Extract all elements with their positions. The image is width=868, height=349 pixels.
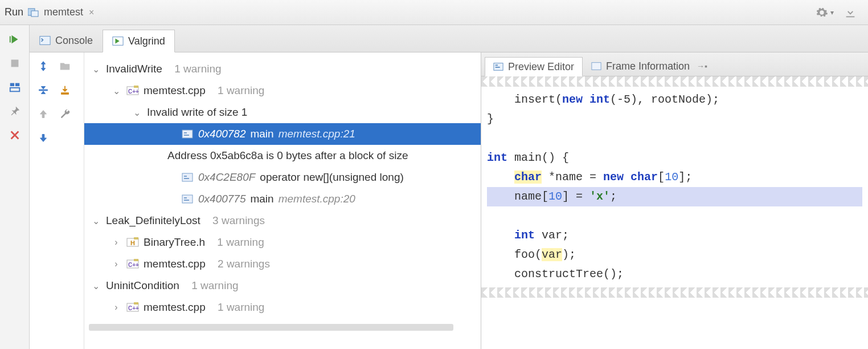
frame-icon — [181, 193, 194, 205]
code-preview[interactable]: insert(new int(-5), rootNode); } int mai… — [481, 87, 868, 287]
run-config-icon — [28, 7, 40, 18]
tree-row[interactable]: ⌄InvalidWrite 1 warning — [84, 58, 481, 80]
svg-rect-19 — [184, 176, 187, 177]
tree-row[interactable]: ›C++memtest.cpp 2 warnings — [84, 253, 481, 275]
h-file-icon: H — [126, 237, 139, 248]
horizontal-scrollbar[interactable] — [89, 324, 453, 331]
frame-address: 0x400775 — [198, 193, 245, 205]
svg-rect-2 — [9, 36, 10, 43]
twisty-icon[interactable]: ⌄ — [90, 281, 101, 291]
tree-meta: 1 warning — [191, 279, 238, 292]
tab-console-label: Console — [55, 35, 93, 47]
tree-row[interactable]: ⌄C++memtest.cpp 1 warning — [84, 80, 481, 102]
svg-rect-10 — [39, 90, 48, 91]
twisty-icon[interactable]: › — [110, 302, 122, 313]
rerun-icon[interactable] — [9, 33, 21, 46]
tree-toolbar — [30, 52, 84, 349]
run-config[interactable]: memtest × — [28, 6, 94, 18]
highlighted-line: name[10] = 'x'; — [487, 187, 862, 206]
tree-row[interactable]: ⌄UninitCondition 1 warning — [84, 275, 481, 297]
tree-row[interactable]: ›HBinaryTree.h 1 warning — [84, 232, 481, 253]
preview-editor-icon — [493, 62, 503, 71]
svg-rect-5 — [15, 83, 19, 87]
cpp-file-icon: C++ — [126, 302, 139, 313]
frame-location: memtest.cpp:20 — [279, 193, 355, 205]
tab-frame-info[interactable]: Frame Information →▪ — [583, 56, 716, 76]
svg-rect-29 — [134, 259, 138, 261]
twisty-icon[interactable]: ⌄ — [90, 64, 101, 75]
tree-frame-row[interactable]: 0x4C2E80F operator new[](unsigned long) — [84, 167, 481, 188]
gear-dropdown-icon[interactable]: ▾ — [830, 9, 834, 17]
twisty-icon[interactable]: › — [110, 237, 122, 247]
tree-meta: 1 warning — [174, 63, 221, 75]
tree-row[interactable]: ⌄Invalid write of size 1 — [84, 102, 481, 123]
layout-icon[interactable] — [9, 81, 21, 94]
svg-rect-9 — [43, 64, 44, 68]
tab-preview-editor[interactable]: Preview Editor — [485, 57, 583, 76]
svg-rect-32 — [134, 302, 138, 305]
svg-rect-20 — [184, 178, 189, 179]
frame-location: memtest.cpp:21 — [279, 128, 355, 140]
svg-rect-14 — [134, 86, 138, 88]
tree-label: BinaryTree.h — [144, 236, 205, 249]
tree-meta: 1 warning — [218, 301, 264, 314]
code-text: insert( — [487, 93, 562, 106]
tree-meta: 1 warning — [218, 84, 264, 97]
frame-icon — [181, 128, 194, 140]
svg-text:C++: C++ — [128, 88, 139, 95]
twisty-icon[interactable]: ⌄ — [90, 216, 101, 226]
fold-indicator-bottom — [481, 287, 868, 298]
tab-valgrind-label: Valgrind — [128, 35, 165, 47]
folder-icon[interactable] — [58, 59, 72, 73]
export-icon[interactable] — [58, 83, 72, 97]
tree-row[interactable]: ›C++memtest.cpp 1 warning — [84, 297, 481, 318]
svg-rect-6 — [10, 88, 19, 91]
close-red-icon[interactable] — [9, 129, 21, 141]
tree-label: UninitCondition — [106, 279, 179, 292]
tab-console[interactable]: Console — [30, 29, 103, 52]
tree-frame-row[interactable]: 0x400782 main memtest.cpp:21 — [84, 123, 481, 145]
svg-rect-4 — [10, 83, 14, 87]
download-icon[interactable] — [844, 6, 857, 19]
run-config-name: memtest — [44, 6, 83, 18]
svg-text:H: H — [130, 240, 135, 246]
frame-address: 0x4C2E80F — [198, 171, 255, 184]
issues-tree[interactable]: ⌄InvalidWrite 1 warning⌄C++memtest.cpp 1… — [84, 52, 481, 349]
tab-preview-label: Preview Editor — [508, 61, 574, 73]
svg-rect-18 — [182, 173, 193, 181]
pin-out-icon[interactable]: →▪ — [697, 62, 707, 71]
svg-rect-3 — [11, 60, 18, 67]
svg-rect-11 — [62, 93, 69, 95]
topbar: Run memtest × ▾ — [0, 0, 868, 25]
twisty-icon[interactable]: › — [110, 259, 122, 269]
collapse-all-icon[interactable] — [36, 83, 50, 97]
pin-icon[interactable] — [9, 105, 21, 117]
tree-meta: 1 warning — [217, 236, 264, 249]
frame-address: 0x400782 — [198, 128, 245, 140]
stop-icon[interactable] — [9, 57, 21, 70]
down-arrow-icon[interactable] — [36, 131, 50, 145]
tree-frame-row[interactable]: 0x400775 main memtest.cpp:20 — [84, 188, 481, 210]
cpp-file-icon: C++ — [126, 85, 139, 96]
tree-label: Invalid write of size 1 — [147, 106, 247, 119]
twisty-icon[interactable]: ⌄ — [110, 86, 122, 96]
tree-label: Leak_DefinitelyLost — [106, 214, 200, 227]
gear-icon[interactable] — [816, 6, 828, 19]
tree-meta: 3 warnings — [212, 214, 265, 227]
tree-label: memtest.cpp — [144, 301, 206, 314]
tree-label: memtest.cpp — [144, 258, 206, 270]
tab-valgrind[interactable]: Valgrind — [103, 30, 175, 52]
svg-rect-1 — [31, 11, 38, 17]
svg-rect-15 — [182, 130, 193, 138]
frame-info-icon — [591, 62, 601, 71]
close-icon[interactable]: × — [89, 7, 94, 18]
tree-row[interactable]: Address 0x5ab6c8a is 0 bytes after a blo… — [84, 145, 481, 167]
svg-rect-34 — [496, 64, 498, 66]
tree-row[interactable]: ⌄Leak_DefinitelyLost 3 warnings — [84, 210, 481, 232]
expand-all-icon[interactable] — [36, 59, 50, 73]
up-arrow-icon[interactable] — [36, 107, 50, 121]
preview-pane: Preview Editor Frame Information →▪ inse… — [481, 52, 868, 349]
twisty-icon[interactable]: ⌄ — [131, 107, 142, 118]
svg-rect-21 — [182, 195, 193, 203]
settings-wrench-icon[interactable] — [58, 107, 72, 121]
